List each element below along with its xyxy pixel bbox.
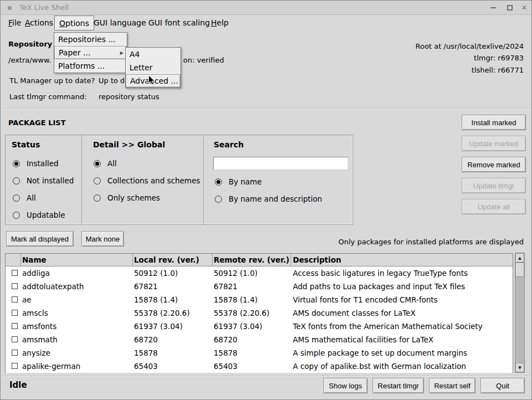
submenu-arrow-icon: ▶: [120, 47, 123, 60]
radio-by-name[interactable]: By name: [215, 177, 262, 186]
radio-detail-all[interactable]: All: [94, 159, 117, 168]
scrollbar-thumb[interactable]: [515, 263, 524, 277]
pkg-name: anysize: [22, 348, 50, 357]
filter-panel: Status Installed Not installed All Updat…: [5, 135, 353, 225]
menu-item-letter[interactable]: Letter: [126, 61, 180, 74]
menu-gui-language[interactable]: GUI language: [89, 16, 151, 30]
pkg-local-rev: 15878 (1.4): [134, 295, 178, 304]
pkg-description: Add paths to Lua packages and input TeX …: [293, 282, 465, 291]
tlmgr-revision: tlmgr: r69783: [474, 54, 524, 62]
row-checkbox[interactable]: [12, 283, 18, 289]
radio-all-status[interactable]: All: [13, 193, 36, 202]
table-scrollbar[interactable]: ▲ ▼: [515, 253, 525, 373]
menu-gui-font-scaling[interactable]: GUI font scaling: [144, 16, 214, 30]
maximize-icon: [507, 5, 513, 11]
radio-icon: [13, 212, 20, 219]
statusbar-separator: [1, 375, 531, 376]
menu-item-platforms[interactable]: Platforms ...: [54, 59, 127, 73]
menu-actions[interactable]: Actions: [20, 16, 58, 30]
radio-only-schemes[interactable]: Only schemes: [94, 193, 160, 202]
status-text: Idle: [9, 380, 27, 390]
radio-installed[interactable]: Installed: [13, 159, 59, 168]
header-local-rev[interactable]: Local rev. (ver.): [134, 255, 199, 264]
mark-none-button[interactable]: Mark none: [81, 231, 124, 247]
table-row[interactable]: anysize 15878 15878 A simple package to …: [6, 346, 513, 360]
row-checkbox[interactable]: [12, 350, 18, 356]
radio-icon: [215, 196, 222, 203]
row-checkbox[interactable]: [12, 363, 18, 369]
show-logs-button[interactable]: Show logs: [323, 378, 368, 393]
radio-collections-schemes[interactable]: Collections and schemes: [94, 176, 200, 185]
search-section-label: Search: [214, 140, 244, 149]
pkg-description: AMS document classes for LaTeX: [293, 309, 415, 317]
radio-updatable[interactable]: Updatable: [13, 211, 65, 219]
table-row[interactable]: apalike-german 65403 65403 A copy of apa…: [6, 360, 513, 373]
radio-by-name-description[interactable]: By name and description: [215, 194, 322, 203]
restart-self-button[interactable]: Restart self: [429, 378, 476, 393]
table-header: Name Local rev. (ver.) Remote rev. (ver.…: [6, 254, 513, 266]
update-all-button[interactable]: Update all: [462, 199, 526, 214]
scroll-up-button[interactable]: ▲: [515, 253, 524, 263]
pkg-remote-rev: 61937 (3.04): [214, 322, 262, 331]
menu-item-repositories[interactable]: Repositories ...: [54, 33, 127, 46]
row-checkbox[interactable]: [12, 296, 18, 302]
table-row[interactable]: amsmath 68720 68720 AMS mathematical fac…: [6, 333, 513, 346]
pkg-local-rev: 50912 (1.0): [134, 269, 178, 278]
pkg-remote-rev: 67821: [214, 282, 237, 291]
section-separator: [1, 108, 531, 109]
restart-tlmgr-button[interactable]: Restart tlmgr: [373, 378, 424, 393]
pkg-remote-rev: 68720: [214, 335, 237, 344]
app-icon: [8, 6, 12, 10]
row-checkbox[interactable]: [12, 323, 18, 329]
texlive-shell-window: TeX Live Shell ✕ File Actions Options GU…: [0, 0, 532, 400]
pkg-name: amscls: [22, 309, 48, 317]
table-row[interactable]: amsfonts 61937 (3.04) 61937 (3.04) TeX f…: [6, 320, 513, 333]
install-marked-button[interactable]: Install marked: [462, 115, 526, 130]
pkg-description: A copy of apalike.bst with German locali…: [293, 362, 466, 371]
table-row[interactable]: ae 15878 (1.4) 15878 (1.4) Virtual fonts…: [6, 293, 513, 306]
package-list-heading: PACKAGE LIST: [8, 119, 66, 127]
maximize-button[interactable]: [504, 1, 516, 15]
mark-all-displayed-button[interactable]: Mark all displayed: [6, 231, 74, 247]
row-checkbox[interactable]: [12, 310, 18, 316]
table-row[interactable]: amscls 55378 (2.20.6) 55378 (2.20.6) AMS…: [6, 306, 513, 320]
remove-marked-button[interactable]: Remove marked: [462, 157, 526, 172]
header-remote-rev[interactable]: Remote rev. (ver.): [214, 255, 290, 264]
radio-icon: [94, 177, 101, 184]
options-dropdown-menu: Repositories ... Paper ... ▶ Platforms .…: [54, 32, 127, 73]
column-divider: [291, 254, 291, 266]
row-checkbox[interactable]: [12, 270, 18, 276]
radio-not-installed[interactable]: Not installed: [13, 176, 74, 185]
pkg-remote-rev: 65403: [214, 362, 237, 371]
minimize-button[interactable]: [487, 1, 499, 15]
pkg-description: Virtual fonts for T1 encoded CMR-fonts: [293, 295, 438, 304]
menu-help[interactable]: Help: [206, 16, 233, 30]
header-description[interactable]: Description: [293, 255, 341, 264]
scroll-down-button[interactable]: ▼: [515, 363, 524, 372]
radio-icon: [13, 194, 20, 202]
menu-item-a4[interactable]: A4: [126, 48, 180, 61]
close-button[interactable]: ✕: [518, 1, 530, 15]
pkg-remote-rev: 15878: [214, 348, 237, 357]
quit-button[interactable]: Quit: [481, 378, 525, 393]
header-name[interactable]: Name: [22, 255, 47, 264]
radio-icon: [13, 177, 20, 184]
radio-icon: [215, 178, 222, 186]
root-path: Root at /usr/local/texlive/2024: [415, 42, 524, 50]
status-section-label: Status: [12, 140, 40, 149]
row-checkbox[interactable]: [12, 336, 18, 342]
mouse-cursor: [148, 75, 156, 86]
radio-icon: [13, 160, 20, 167]
menu-item-paper[interactable]: Paper ... ▶: [54, 46, 127, 59]
menubar: File Actions Options GUI language GUI fo…: [1, 15, 531, 31]
table-row[interactable]: addliga 50912 (1.0) 50912 (1.0) Access b…: [6, 266, 513, 280]
table-row[interactable]: addtoluatexpath 67821 67821 Add paths to…: [6, 280, 513, 293]
update-marked-button[interactable]: Update marked: [462, 136, 526, 151]
update-tlmgr-button[interactable]: Update tlmgr: [462, 178, 526, 193]
package-table: Name Local rev. (ver.) Remote rev. (ver.…: [5, 253, 513, 373]
menu-options[interactable]: Options: [54, 16, 94, 30]
pkg-name: amsmath: [22, 335, 58, 344]
search-input[interactable]: [213, 157, 348, 170]
pkg-description: AMS mathematical facilities for LaTeX: [293, 335, 433, 344]
platforms-note: Only packages for installed platforms ar…: [338, 238, 524, 246]
